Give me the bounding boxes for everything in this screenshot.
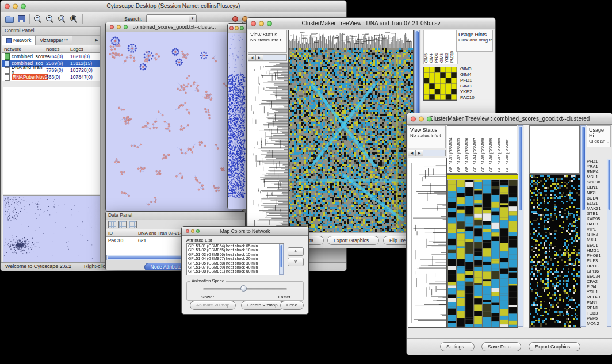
save-icon[interactable] — [18, 15, 25, 22]
listbox-vscroll[interactable] — [279, 244, 284, 275]
speed-slider-thumb[interactable] — [240, 285, 247, 292]
gene-label[interactable]: GTB1 — [587, 211, 606, 216]
attribute-listbox[interactable]: GPL51-01 (GSM854) heat shock 05 minGPL51… — [186, 243, 284, 275]
secondary-vscroll[interactable] — [580, 125, 586, 327]
col-id[interactable]: ID — [106, 231, 138, 236]
gene-label[interactable]: GPI16 — [587, 269, 606, 274]
scroll-left-icon[interactable]: ◀ — [248, 55, 256, 60]
network-row[interactable]: RNAPuberNov2 563(0) 107847(0) — [2, 74, 100, 81]
correlation-matrix[interactable] — [423, 67, 457, 101]
animate-vizmap-button[interactable]: Animate Vizmap — [190, 301, 236, 310]
gene-label[interactable]: PAC10 — [460, 95, 475, 101]
tab-overflow-icon[interactable]: ▶ — [93, 36, 100, 45]
minimize-button[interactable] — [259, 21, 264, 26]
gene-label[interactable]: GIM4 — [460, 72, 475, 78]
gene-label[interactable]: PFD1 — [587, 159, 606, 164]
move-down-button[interactable]: ∨ — [288, 258, 304, 266]
attribute-delete-icon[interactable] — [129, 221, 137, 228]
heatmap-vscroll[interactable] — [518, 125, 523, 327]
gene-label[interactable]: MON2 — [587, 321, 606, 326]
vscroll-thumb[interactable] — [415, 31, 419, 124]
zoom-button[interactable] — [240, 26, 244, 30]
gene-label[interactable]: NTR2 — [587, 232, 606, 237]
attribute-item[interactable]: GPL51-02 (GSM855) heat shock 10 min — [187, 248, 284, 252]
gene-label[interactable]: FIG4 — [587, 284, 606, 289]
gene-label[interactable]: ELG1 — [587, 201, 606, 206]
zoom-button[interactable] — [427, 116, 432, 121]
close-button[interactable] — [5, 3, 10, 9]
attribute-item[interactable]: GPL51-07 (GSM860) heat shock 40 min — [187, 265, 284, 269]
scroll-track[interactable] — [263, 55, 286, 60]
attribute-create-icon[interactable] — [118, 221, 127, 228]
minimize-button[interactable] — [191, 229, 194, 233]
treeview-dna-titlebar[interactable]: ClusterMaker TreeView : DNA and Tran 07-… — [247, 18, 495, 29]
zoom-button[interactable] — [124, 25, 128, 29]
zoom-button[interactable] — [21, 3, 26, 9]
gene-label[interactable]: NIS1 — [587, 190, 606, 196]
zoom-button[interactable] — [267, 21, 272, 26]
gene-label[interactable]: PFD1 — [460, 78, 475, 83]
zoom-out-icon[interactable]: − — [34, 15, 42, 23]
close-button[interactable] — [251, 21, 256, 26]
network-graph-canvas-2[interactable] — [228, 33, 246, 209]
export-graphics-button[interactable]: Export Graphics... — [327, 236, 379, 245]
create-vizmap-button[interactable]: Create Vizmap — [241, 301, 284, 310]
gene-label[interactable]: MAK31 — [587, 206, 606, 211]
gene-label[interactable]: KAP95 — [587, 216, 606, 221]
zoom-button[interactable] — [196, 229, 200, 233]
vscroll-thumb[interactable] — [582, 127, 585, 210]
gene-label[interactable]: CLN1 — [587, 185, 606, 190]
close-button[interactable] — [186, 229, 189, 233]
settings-button[interactable]: Settings... — [440, 342, 475, 351]
genelist-vscroll[interactable] — [607, 159, 611, 327]
vscroll-thumb[interactable] — [519, 127, 522, 210]
attribute-item[interactable]: GPL51-01 (GSM854) heat shock 05 min — [187, 244, 284, 248]
scroll-right-icon[interactable]: ▶ — [416, 150, 423, 156]
gene-label[interactable]: PEP5 — [587, 316, 606, 321]
close-button[interactable] — [110, 25, 114, 29]
dendrogram-hscroll[interactable]: ◀ ▶ — [408, 150, 446, 156]
tab-network[interactable]: Network — [2, 36, 36, 45]
gene-label[interactable]: VIP1 — [587, 227, 606, 232]
minimize-button[interactable] — [235, 26, 239, 30]
export-graphics-button[interactable]: Export Graphics... — [529, 342, 580, 351]
treeview-combined-titlebar[interactable]: ClusterMaker TreeView : combined_scores_… — [407, 113, 612, 125]
gene-label[interactable]: TCB3 — [587, 311, 606, 316]
dendrogram-hscroll[interactable]: ◀ ▶ — [248, 54, 287, 61]
gene-label[interactable]: SPC98 — [587, 179, 606, 185]
gene-label[interactable]: YSH1 — [587, 289, 606, 294]
network-graph-canvas[interactable] — [106, 32, 242, 211]
attribute-item[interactable]: GPL51-03 (GSM856) heat shock 15 min — [187, 252, 284, 256]
gene-label[interactable]: SEC24 — [587, 274, 606, 279]
scroll-right-icon[interactable]: ▶ — [256, 55, 263, 60]
gene-label[interactable]: HMG1 — [587, 248, 606, 253]
tab-vizmapper[interactable]: VizMapper™ — [36, 36, 72, 45]
network-overview-thumbnail[interactable] — [3, 195, 100, 262]
dialog-titlebar[interactable]: Map Colors to Network — [182, 227, 308, 236]
column-dendrogram[interactable] — [288, 30, 414, 48]
network-view-2-titlebar[interactable] — [228, 24, 247, 33]
attribute-item[interactable]: GPL51-04 (GSM857) heat shock 20 min — [187, 256, 284, 260]
zoom-selection-icon[interactable]: ▣ — [70, 15, 78, 23]
col-network[interactable]: Network — [2, 47, 46, 52]
gene-label[interactable]: BUD4 — [587, 196, 606, 201]
network-row[interactable]: DNA and Tran 0 7769(0) 183728(0) — [2, 67, 100, 74]
attribute-item[interactable]: GPL51-08 (GSM861) heat shock 60 min — [187, 269, 284, 273]
attribute-select-icon[interactable] — [108, 221, 116, 228]
close-button[interactable] — [411, 116, 416, 121]
close-button[interactable] — [230, 26, 234, 30]
main-titlebar[interactable]: Cytoscape Desktop (Session Name: collins… — [1, 1, 346, 12]
col-edges[interactable]: Edges — [70, 47, 100, 52]
open-file-icon[interactable] — [5, 17, 14, 23]
data-panel-title[interactable]: Data Panel — [106, 212, 245, 220]
zoom-fit-icon[interactable]: ◻ — [58, 15, 66, 23]
gene-label[interactable]: GIM3 — [460, 83, 475, 89]
gene-label[interactable]: PHO81 — [587, 253, 606, 258]
gene-label[interactable]: SEC1 — [587, 243, 606, 248]
vscroll-thumb[interactable] — [280, 245, 282, 267]
gene-label[interactable]: RPN1 — [587, 305, 606, 311]
col-nodes[interactable]: Nodes — [46, 47, 70, 52]
secondary-heatmap[interactable] — [529, 174, 581, 328]
scroll-left-icon[interactable]: ◀ — [408, 150, 416, 156]
gene-label[interactable]: MSI1 — [587, 237, 606, 242]
